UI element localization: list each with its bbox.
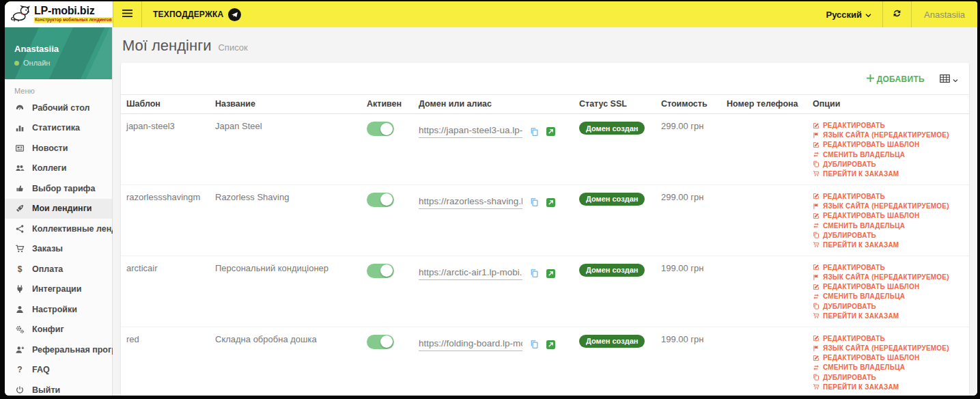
option-link-4[interactable]: ДУБЛИРОВАТЬ: [813, 303, 964, 310]
landing-name: Персональний кондиціонер: [215, 263, 328, 273]
option-link-1[interactable]: ЯЗЫК САЙТА (НЕРЕДАКТИРУЕМОЕ): [813, 131, 964, 139]
option-link-4[interactable]: ДУБЛИРОВАТЬ: [813, 161, 964, 168]
active-toggle[interactable]: [367, 335, 394, 349]
sidebar-item-10[interactable]: Настройки: [5, 299, 112, 320]
sidebar-item-13[interactable]: ?FAQ: [5, 360, 112, 381]
page-header: Мої лендінги Список: [121, 34, 969, 63]
option-link-0[interactable]: РЕДАКТИРОВАТЬ: [813, 122, 964, 129]
top-navbar: LP-mobi.biz Конструктор мобильных лендин…: [5, 1, 977, 27]
sidebar-item-label: Рабочий стол: [32, 103, 89, 113]
active-toggle[interactable]: [367, 193, 394, 207]
dog-mascot-icon: [10, 4, 31, 25]
page-title: Мої лендінги: [122, 37, 211, 55]
support-button[interactable]: ТЕХПОДДЕРЖКА: [141, 1, 252, 27]
option-link-2[interactable]: РЕДАКТИРОВАТЬ ШАБЛОН: [813, 354, 964, 361]
option-link-0[interactable]: РЕДАКТИРОВАТЬ: [813, 335, 964, 342]
sidebar-item-2[interactable]: Новости: [5, 138, 112, 159]
copy-icon[interactable]: [530, 197, 539, 207]
external-link-icon[interactable]: [546, 127, 555, 136]
flag-icon: [813, 345, 820, 352]
domain-input[interactable]: https://arctic-air1.lp-mobi.biz: [419, 267, 522, 280]
option-link-3[interactable]: СМЕНИТЬ ВЛАДЕЛЬЦА: [813, 151, 964, 159]
domain-input[interactable]: https://japan-steel3-ua.lp-mobi.biz: [419, 125, 522, 138]
sidebar-item-1[interactable]: Статистика: [5, 118, 112, 139]
option-link-0[interactable]: РЕДАКТИРОВАТЬ: [813, 264, 964, 271]
option-link-3[interactable]: СМЕНИТЬ ВЛАДЕЛЬЦА: [813, 292, 964, 300]
option-link-4[interactable]: ДУБЛИРОВАТЬ: [813, 374, 964, 381]
option-link-5[interactable]: ПЕРЕЙТИ К ЗАКАЗАМ: [813, 170, 964, 178]
header-phone: Номер телефона: [721, 95, 807, 114]
external-link-icon[interactable]: [546, 198, 555, 207]
brand-logo[interactable]: LP-mobi.biz Конструктор мобильных лендин…: [5, 1, 113, 27]
option-label: ЯЗЫК САЙТА (НЕРЕДАКТИРУЕМОЕ): [823, 344, 949, 352]
copy-icon[interactable]: [530, 269, 539, 278]
options-list: РЕДАКТИРОВАТЬЯЗЫК САЙТА (НЕРЕДАКТИРУЕМОЕ…: [813, 334, 964, 391]
active-toggle[interactable]: [367, 264, 394, 278]
header-domain: Домен или алиас: [413, 95, 574, 114]
sidebar-item-3[interactable]: Коллеги: [5, 159, 112, 179]
domain-input[interactable]: https://razorless-shaving.lp-mobi.biz: [419, 196, 522, 209]
sidebar-item-7[interactable]: Заказы: [5, 239, 112, 260]
header-ssl: Статус SSL: [574, 95, 656, 114]
option-label: ЯЗЫК САЙТА (НЕРЕДАКТИРУЕМОЕ): [823, 202, 949, 210]
ssl-status-badge: Домен создан: [579, 335, 645, 348]
sidebar-item-11[interactable]: Конфиг: [5, 320, 112, 340]
app-window: LP-mobi.biz Конструктор мобильных лендин…: [5, 1, 977, 396]
price-value: 199.00 грн: [661, 263, 704, 273]
option-label: ЯЗЫК САЙТА (НЕРЕДАКТИРУЕМОЕ): [823, 131, 949, 139]
copy-icon[interactable]: [530, 340, 539, 349]
option-label: РЕДАКТИРОВАТЬ ШАБЛОН: [823, 212, 919, 219]
external-link-icon[interactable]: [546, 269, 555, 278]
option-link-0[interactable]: РЕДАКТИРОВАТЬ: [813, 193, 964, 200]
active-toggle[interactable]: [367, 122, 394, 136]
sidebar-item-12[interactable]: Реферальная программа: [5, 340, 112, 360]
price-value: 299.00 грн: [661, 121, 704, 131]
sidebar-item-5-active[interactable]: Мои лендинги: [5, 199, 112, 219]
edit-icon: [813, 335, 820, 342]
sidebar-toggle-button[interactable]: [113, 1, 141, 27]
copy-icon: [813, 232, 820, 238]
sidebar-item-4[interactable]: Выбор тарифа: [5, 178, 112, 199]
option-link-4[interactable]: ДУБЛИРОВАТЬ: [813, 232, 964, 239]
cart-icon: [813, 241, 820, 248]
header-template: Шаблон: [121, 95, 210, 114]
domain-input[interactable]: https://folding-board.lp-mobi.biz: [419, 338, 522, 351]
option-link-3[interactable]: СМЕНИТЬ ВЛАДЕЛЬЦА: [813, 222, 964, 230]
refresh-icon: [892, 8, 902, 21]
sidebar-item-14[interactable]: Выйти: [5, 380, 112, 396]
option-link-5[interactable]: ПЕРЕЙТИ К ЗАКАЗАМ: [813, 383, 964, 391]
option-link-2[interactable]: РЕДАКТИРОВАТЬ ШАБЛОН: [813, 141, 964, 148]
add-button[interactable]: ДОБАВИТЬ: [867, 74, 925, 84]
columns-dropdown-button[interactable]: [940, 73, 958, 85]
option-link-1[interactable]: ЯЗЫК САЙТА (НЕРЕДАКТИРУЕМОЕ): [813, 344, 964, 352]
option-link-2[interactable]: РЕДАКТИРОВАТЬ ШАБЛОН: [813, 283, 964, 290]
sidebar-item-6[interactable]: Коллективные лендинги: [5, 219, 112, 239]
option-label: СМЕНИТЬ ВЛАДЕЛЬЦА: [823, 363, 905, 371]
edit-icon: [813, 264, 820, 271]
option-link-5[interactable]: ПЕРЕЙТИ К ЗАКАЗАМ: [813, 241, 964, 249]
header-price: Стоимость: [656, 95, 721, 114]
language-label: Русский: [826, 10, 862, 20]
sidebar-item-8[interactable]: $Оплата: [5, 259, 112, 279]
option-link-1[interactable]: ЯЗЫК САЙТА (НЕРЕДАКТИРУЕМОЕ): [813, 273, 964, 281]
flag-icon: [813, 203, 820, 210]
topbar-username[interactable]: Anastasiia: [912, 1, 977, 27]
external-link-icon[interactable]: [546, 340, 555, 349]
user-plus-icon: [14, 345, 25, 355]
ssl-status-badge: Домен создан: [579, 122, 645, 135]
option-link-2[interactable]: РЕДАКТИРОВАТЬ ШАБЛОН: [813, 212, 964, 219]
news-icon: [14, 143, 25, 153]
option-link-3[interactable]: СМЕНИТЬ ВЛАДЕЛЬЦА: [813, 363, 964, 371]
sidebar-item-9[interactable]: Интеграции: [5, 279, 112, 300]
sidebar-item-0[interactable]: Рабочий стол: [5, 98, 112, 118]
language-dropdown[interactable]: Русский: [815, 1, 882, 27]
option-label: ДУБЛИРОВАТЬ: [823, 303, 876, 310]
screenshot-frame: LP-mobi.biz Конструктор мобильных лендин…: [0, 0, 980, 399]
edit-icon: [813, 284, 820, 290]
template-name: red: [126, 334, 139, 344]
option-link-5[interactable]: ПЕРЕЙТИ К ЗАКАЗАМ: [813, 312, 964, 320]
refresh-button[interactable]: [882, 1, 912, 27]
option-label: РЕДАКТИРОВАТЬ: [823, 193, 885, 200]
copy-icon[interactable]: [530, 127, 539, 137]
option-link-1[interactable]: ЯЗЫК САЙТА (НЕРЕДАКТИРУЕМОЕ): [813, 202, 964, 210]
